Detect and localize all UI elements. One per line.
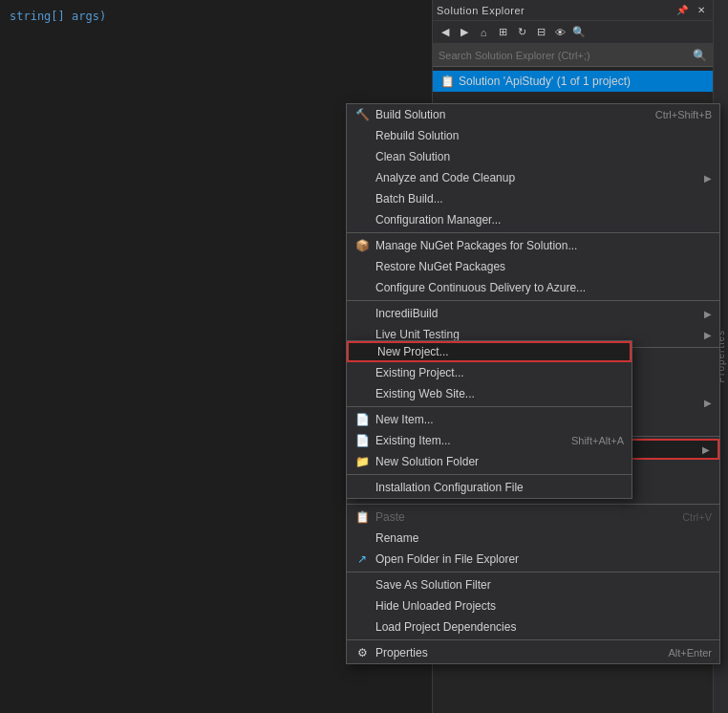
menu-save-filter-label: Save As Solution Filter [375, 578, 712, 592]
divider-7 [347, 639, 719, 640]
submenu-add: New Project... Existing Project... Exist… [346, 340, 632, 499]
menu-nuget-label: Manage NuGet Packages for Solution... [375, 239, 712, 252]
install-config-icon [354, 480, 370, 495]
rename-icon [354, 530, 370, 546]
se-titlebar: Solution Explorer 📌 ✕ [433, 0, 713, 21]
menu-solution-folder-label: New Solution Folder [375, 455, 624, 468]
menu-install-config[interactable]: Installation Configuration File [347, 477, 632, 498]
menu-config-label: Configuration Manager... [375, 213, 712, 227]
load-deps-icon [354, 619, 370, 635]
menu-incredibuild[interactable]: IncrediiBuild ▶ [347, 303, 719, 324]
se-toolbar-grid[interactable]: ⊞ [494, 24, 511, 41]
se-tree-solution[interactable]: 📋 Solution 'ApiStudy' (1 of 1 project) [433, 71, 713, 92]
menu-properties[interactable]: ⚙ Properties Alt+Enter [347, 642, 719, 663]
se-toolbar-filter[interactable]: 🔍 [570, 24, 588, 41]
existing-item-icon: 📄 [354, 433, 370, 448]
menu-build-shortcut: Ctrl+Shift+B [655, 109, 712, 120]
menu-configure-delivery[interactable]: Configure Continuous Delivery to Azure..… [347, 277, 719, 298]
menu-paste-label: Paste [375, 510, 676, 524]
paste-icon: 📋 [354, 509, 370, 525]
menu-rename[interactable]: Rename [347, 528, 719, 549]
menu-hide-unloaded-label: Hide Unloaded Projects [375, 599, 712, 613]
divider-1 [347, 232, 719, 233]
se-toolbar-refresh[interactable]: ↻ [513, 24, 530, 41]
se-toolbar-collapse[interactable]: ⊟ [532, 24, 549, 41]
menu-existing-project[interactable]: Existing Project... [347, 362, 632, 383]
se-toolbar-show-all[interactable]: 👁 [551, 24, 568, 41]
se-toolbar-forward[interactable]: ▶ [456, 24, 473, 41]
build-icon: 🔨 [354, 107, 370, 122]
solution-label: Solution 'ApiStudy' (1 of 1 project) [459, 75, 631, 88]
existing-project-icon [354, 365, 370, 380]
menu-existing-item-label: Existing Item... [375, 434, 566, 447]
save-filter-icon [354, 577, 370, 593]
menu-properties-shortcut: Alt+Enter [668, 647, 712, 659]
menu-existing-website-label: Existing Web Site... [375, 387, 624, 400]
se-search-icon: 🔍 [693, 49, 707, 62]
divider-5 [347, 504, 719, 505]
menu-restore-label: Restore NuGet Packages [375, 260, 712, 273]
hide-unloaded-icon [354, 598, 370, 614]
menu-new-item[interactable]: 📄 New Item... [347, 409, 632, 430]
se-title-text: Solution Explorer [437, 5, 674, 16]
menu-open-folder[interactable]: ↗ Open Folder in File Explorer [347, 549, 719, 570]
menu-build-label: Build Solution [375, 108, 650, 121]
se-pin-btn[interactable]: 📌 [674, 3, 690, 18]
menu-existing-item[interactable]: 📄 Existing Item... Shift+Alt+A [347, 430, 632, 451]
menu-properties-label: Properties [375, 646, 662, 659]
new-project-icon [356, 344, 372, 359]
menu-delivery-label: Configure Continuous Delivery to Azure..… [375, 281, 712, 294]
analyze-icon [354, 170, 370, 185]
menu-restore-nuget[interactable]: Restore NuGet Packages [347, 256, 719, 277]
new-item-icon: 📄 [354, 412, 370, 427]
divider-2 [347, 300, 719, 301]
solution-folder-icon: 📁 [354, 454, 370, 469]
menu-analyze-cleanup[interactable]: Analyze and Code Cleanup ▶ [347, 167, 719, 188]
menu-new-project-label: New Project... [377, 345, 622, 358]
incredibuild-arrow: ▶ [704, 309, 712, 319]
menu-load-deps[interactable]: Load Project Dependencies [347, 616, 719, 637]
open-folder-icon: ↗ [354, 551, 370, 567]
menu-incredibuild-label: IncrediiBuild [375, 307, 698, 320]
analyze-arrow: ▶ [704, 173, 712, 184]
menu-save-filter[interactable]: Save As Solution Filter [347, 574, 719, 595]
se-search-input[interactable] [439, 50, 693, 61]
se-tree: 📋 Solution 'ApiStudy' (1 of 1 project) [433, 67, 713, 96]
menu-new-item-label: New Item... [375, 413, 624, 426]
menu-load-deps-label: Load Project Dependencies [375, 620, 712, 634]
se-toolbar-back[interactable]: ◀ [437, 24, 454, 41]
menu-clean-label: Clean Solution [375, 150, 712, 163]
menu-batch-build[interactable]: Batch Build... [347, 188, 719, 209]
file-nesting-arrow: ▶ [704, 398, 712, 408]
menu-existing-project-label: Existing Project... [375, 366, 624, 379]
menu-paste[interactable]: 📋 Paste Ctrl+V [347, 507, 719, 528]
menu-rebuild-solution[interactable]: Rebuild Solution [347, 125, 719, 146]
config-icon [354, 212, 370, 227]
rebuild-icon [354, 128, 370, 143]
menu-open-folder-label: Open Folder in File Explorer [375, 552, 712, 566]
live-unit-arrow: ▶ [704, 330, 712, 340]
menu-existing-item-shortcut: Shift+Alt+A [571, 435, 624, 446]
menu-install-config-label: Installation Configuration File [375, 481, 624, 494]
se-close-btn[interactable]: ✕ [694, 3, 709, 18]
menu-analyze-label: Analyze and Code Cleanup [375, 171, 698, 184]
menu-config-manager[interactable]: Configuration Manager... [347, 209, 719, 230]
code-editor-area: string[] args) [0, 0, 363, 713]
menu-manage-nuget[interactable]: 📦 Manage NuGet Packages for Solution... [347, 235, 719, 256]
submenu-divider-2 [347, 474, 632, 475]
menu-existing-website[interactable]: Existing Web Site... [347, 383, 632, 404]
nuget-icon: 📦 [354, 238, 370, 253]
divider-6 [347, 572, 719, 573]
se-search-bar[interactable]: 🔍 [433, 44, 713, 67]
se-toolbar-home[interactable]: ⌂ [475, 24, 492, 41]
restore-icon [354, 259, 370, 274]
menu-new-project[interactable]: New Project... [347, 341, 632, 362]
solution-icon: 📋 [440, 75, 455, 88]
menu-new-solution-folder[interactable]: 📁 New Solution Folder [347, 451, 632, 472]
menu-build-solution[interactable]: 🔨 Build Solution Ctrl+Shift+B [347, 104, 719, 125]
se-toolbar: ◀ ▶ ⌂ ⊞ ↻ ⊟ 👁 🔍 [433, 21, 713, 44]
menu-hide-unloaded[interactable]: Hide Unloaded Projects [347, 595, 719, 616]
menu-clean-solution[interactable]: Clean Solution [347, 146, 719, 167]
add-arrow: ▶ [702, 444, 710, 455]
menu-batch-label: Batch Build... [375, 192, 712, 205]
